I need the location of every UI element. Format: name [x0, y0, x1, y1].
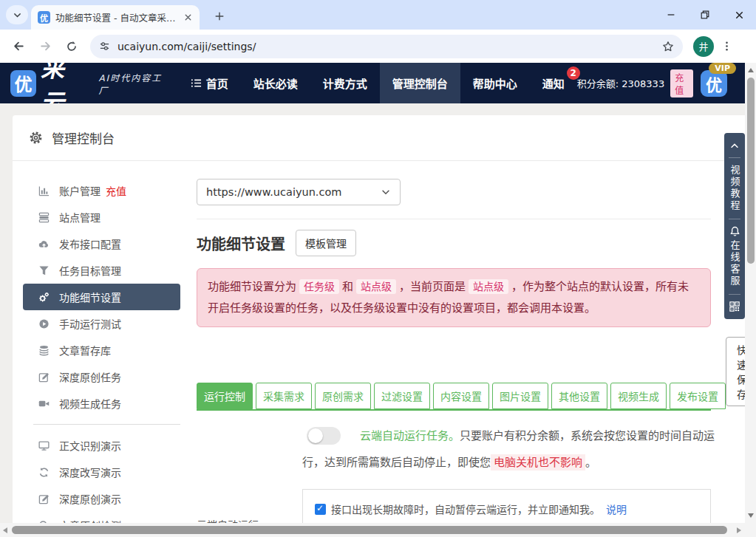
vip-badge: VIP: [709, 63, 736, 74]
section-title: 功能细节设置: [197, 233, 285, 254]
sidebar-item-content-recognition-demo[interactable]: 正文识别演示: [23, 432, 180, 459]
vertical-scrollbar[interactable]: [745, 63, 756, 523]
tab-publish[interactable]: 发布设置: [670, 383, 726, 409]
tab-content[interactable]: 内容设置: [433, 383, 489, 409]
navbar-right: 积分余额: 2308333 充值 优 VIP: [577, 69, 745, 98]
nav-item-console[interactable]: 管理控制台: [380, 63, 460, 103]
nav-item-webmaster-reading[interactable]: 站长必读: [241, 63, 310, 103]
window-close-button[interactable]: [722, 0, 756, 30]
window-minimize-button[interactable]: [654, 0, 688, 30]
panel-header: 管理控制台: [13, 115, 745, 161]
tab-collection[interactable]: 采集需求: [256, 383, 312, 409]
tab-video-generation[interactable]: 视频生成: [610, 383, 667, 409]
scroll-right-arrow[interactable]: [737, 527, 741, 533]
sidebar-recharge-link[interactable]: 充值: [106, 183, 126, 198]
bell-icon[interactable]: [729, 225, 740, 239]
chevron-up-icon[interactable]: [729, 139, 740, 152]
cloud-auto-run-toggle[interactable]: [307, 427, 341, 445]
nav-item-notifications[interactable]: 通知 2: [530, 63, 577, 103]
divider: [197, 219, 711, 219]
chevron-down-icon: [381, 187, 391, 197]
user-avatar-wrap[interactable]: 优 VIP: [701, 70, 727, 97]
qr-code-icon[interactable]: [729, 300, 740, 313]
sidebar-item-sites[interactable]: 站点管理: [23, 204, 180, 230]
tab-close-icon[interactable]: [183, 13, 193, 22]
window-restore-button[interactable]: [688, 0, 722, 30]
level-chip-current: 站点级: [469, 279, 508, 294]
tab-title: 功能细节设置 - 自动文章采集器: [55, 10, 178, 24]
site-settings-icon[interactable]: [99, 41, 110, 52]
browser-menu-icon[interactable]: [718, 36, 735, 57]
divider: [729, 294, 740, 295]
cloud-upload-icon: [38, 239, 50, 250]
scroll-down-arrow[interactable]: [748, 513, 754, 518]
bookmark-star-icon[interactable]: [662, 41, 674, 52]
back-button[interactable]: [7, 35, 30, 58]
window-controls: [654, 0, 756, 30]
vertical-scroll-thumb[interactable]: [747, 78, 755, 264]
sidebar-item-feature-settings[interactable]: 功能细节设置: [23, 284, 180, 310]
sidebar-item-deep-rewrite-demo[interactable]: 深度改写演示: [23, 459, 180, 485]
sidebar-item-account[interactable]: 账户管理 充值: [23, 177, 180, 204]
auto-run-title: 云端自动运行任务。: [360, 429, 460, 442]
edit-icon: [38, 493, 50, 504]
video-tutorial-button[interactable]: 视频教程: [730, 163, 740, 213]
browser-tab[interactable]: 优 功能细节设置 - 自动文章采集器: [31, 5, 200, 30]
tab-other[interactable]: 其他设置: [551, 383, 607, 409]
cloud-auto-run-toggle-row: 云端自动运行任务。只要账户有积分余额，系统会按您设置的时间自动运行，达到所需篇数…: [302, 423, 716, 476]
level-chip-task: 任务级: [299, 279, 339, 294]
sidebar-item-task-targets[interactable]: 任务目标管理: [23, 257, 180, 284]
user-avatar[interactable]: 优: [701, 70, 727, 97]
sidebar-item-video-generation-task[interactable]: 视频生成任务: [23, 390, 180, 417]
refresh-icon: [38, 467, 50, 478]
bar-chart-icon: [38, 185, 50, 196]
site-logo[interactable]: 优: [10, 70, 36, 97]
points-balance: 积分余额: 2308333: [577, 76, 664, 90]
play-circle-icon: [38, 318, 50, 329]
funnel-icon: [38, 265, 50, 276]
list-icon: [191, 78, 202, 89]
online-service-button[interactable]: 在线客服: [730, 239, 740, 289]
site-select[interactable]: https://www.ucaiyun.com: [197, 179, 401, 205]
browser-profile-avatar[interactable]: 井: [693, 36, 714, 57]
sidebar: 账户管理 充值 站点管理 发布接口配置 任务目标管理 功能细节设置: [13, 161, 192, 537]
settings-tabs-row: 运行控制 采集需求 原创需求 过滤设置 内容设置 图片设置 其他设置 视频生成 …: [197, 337, 711, 411]
page-title: 管理控制台: [52, 129, 115, 147]
quick-save-button[interactable]: 快速保存: [726, 337, 745, 406]
horizontal-scroll-thumb[interactable]: [12, 526, 727, 534]
gears-icon: [38, 292, 50, 303]
sidebar-item-manual-run-test[interactable]: 手动运行测试: [23, 310, 180, 337]
sidebar-item-deep-original-task[interactable]: 深度原创任务: [23, 363, 180, 390]
navbar-menu: 首页 站长必读 计费方式 管理控制台 帮助中心 通知 2: [178, 63, 577, 103]
tab-run-control[interactable]: 运行控制: [197, 383, 253, 409]
nav-item-pricing[interactable]: 计费方式: [310, 63, 380, 103]
scroll-left-arrow[interactable]: [3, 527, 7, 533]
monitor-icon: [38, 440, 50, 451]
sidebar-item-publish-api[interactable]: 发布接口配置: [23, 230, 180, 257]
url-text[interactable]: ucaiyun.com/caiji/settings/: [118, 41, 655, 52]
nav-item-home[interactable]: 首页: [178, 63, 241, 103]
nav-item-help-center[interactable]: 帮助中心: [460, 63, 530, 103]
database-icon: [38, 345, 50, 356]
main-panel: 管理控制台 账户管理 充值 站点管理 发布接口配置: [13, 115, 745, 537]
page-background: 管理控制台 账户管理 充值 站点管理 发布接口配置: [0, 103, 745, 537]
tab-originality[interactable]: 原创需求: [315, 383, 371, 409]
fault-pause-checkbox[interactable]: [315, 504, 326, 515]
horizontal-scrollbar[interactable]: [0, 523, 756, 537]
new-tab-button[interactable]: [210, 7, 229, 26]
site-navbar: 优 采云 AI时代内容工厂 首页 站长必读 计费方式 管理控制台 帮助中心 通知…: [0, 63, 745, 103]
sidebar-item-article-staging[interactable]: 文章暂存库: [23, 337, 180, 363]
tab-image[interactable]: 图片设置: [492, 383, 548, 409]
recharge-button[interactable]: 充值: [670, 69, 693, 98]
fault-pause-row: 接口出现长期故障时，自动暂停云端运行，并立即通知我。说明: [315, 499, 698, 521]
address-bar[interactable]: ucaiyun.com/caiji/settings/: [90, 35, 683, 58]
scroll-up-arrow[interactable]: [748, 68, 754, 72]
tab-search-button[interactable]: [6, 5, 28, 24]
template-manage-button[interactable]: 模板管理: [296, 230, 356, 256]
browser-toolbar: ucaiyun.com/caiji/settings/ 井: [0, 30, 756, 63]
info-alert: 功能细节设置分为任务级和站点级，当前页面是站点级，作为整个站点的默认设置，所有未…: [197, 268, 711, 327]
tab-favicon: 优: [38, 11, 50, 24]
sidebar-item-deep-original-demo[interactable]: 深度原创演示: [23, 485, 180, 512]
tab-filter[interactable]: 过滤设置: [374, 383, 430, 409]
explanation-link[interactable]: 说明: [606, 504, 627, 516]
